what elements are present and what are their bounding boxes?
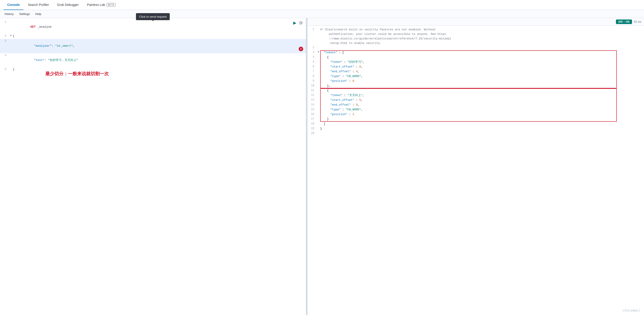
group2-container: 11 { 12 "token" : "天天向上", 13 "start_offs… bbox=[308, 88, 644, 122]
resp-line-9: 9 "position" : 0 bbox=[308, 79, 644, 84]
resp-line-19: 19 } bbox=[308, 126, 644, 131]
tooltip-box: Click to send request bbox=[136, 13, 170, 20]
resp-line-8: 8 "type" : "CN_WORD", bbox=[308, 74, 644, 79]
annotation-text: 最少切分：一般来说就切割一次 bbox=[45, 70, 109, 77]
resp-line-14: 14 "end_offset" : 9, bbox=[308, 103, 644, 108]
tooltip-container: Click to send request bbox=[136, 13, 170, 20]
resp-line-4: 4 { bbox=[308, 55, 644, 60]
tab-console[interactable]: Console bbox=[4, 0, 23, 10]
nav-help[interactable]: Help bbox=[34, 12, 42, 16]
beta-badge: BETA bbox=[106, 3, 116, 6]
settings-button[interactable] bbox=[299, 20, 303, 26]
editor-toolbar: ▶ bbox=[293, 20, 303, 26]
status-time: 62 ms bbox=[634, 20, 641, 23]
resp-line-13: 13 "start_offset" : 5, bbox=[308, 98, 644, 103]
top-navigation: Console Search Profiler Grok Debugger Pa… bbox=[0, 0, 644, 10]
resp-line-20: 20 bbox=[308, 131, 644, 136]
tab-grok-debugger[interactable]: Grok Debugger bbox=[54, 0, 82, 10]
status-code: 200 – OK bbox=[616, 20, 632, 24]
resp-line-5: 5 "token" : "好好学习", bbox=[308, 60, 644, 64]
painless-lab-label: Painless Lab bbox=[87, 3, 105, 6]
resp-line-15: 15 "type" : "CN_WORD", bbox=[308, 108, 644, 112]
tab-search-profiler[interactable]: Search Profiler bbox=[24, 0, 52, 10]
resp-line-16: 16 "position" : 1 bbox=[308, 112, 644, 117]
resp-line-17: 17 } bbox=[308, 117, 644, 122]
watermark: CSDN @敏姐儿 bbox=[623, 309, 640, 312]
response-panel: 200 – OK 62 ms 1 #! Elasticsearch built-… bbox=[308, 18, 644, 315]
nav-settings[interactable]: Settings bbox=[18, 12, 30, 16]
editor-panel: ▶ ✕ 1 GET _analyze 2 ▼ bbox=[0, 18, 306, 315]
resp-line-18: 18 ] bbox=[308, 122, 644, 126]
status-bar: 200 – OK 62 ms bbox=[308, 18, 644, 26]
editor-line-1: 1 GET _analyze bbox=[0, 20, 306, 34]
main-container: ▶ ✕ 1 GET _analyze 2 ▼ bbox=[0, 18, 644, 315]
resp-line-6: 6 "start_offset" : 0, bbox=[308, 64, 644, 69]
run-button[interactable]: ▶ bbox=[293, 20, 297, 26]
response-code[interactable]: 1 #! Elasticsearch built-in security fea… bbox=[308, 26, 644, 315]
editor-line-3: 3 "analyzer": "ik_smart", bbox=[0, 39, 306, 53]
group1-container: 3 ▼ "tokens" : [ 4 { 5 "token" : "好好学习", bbox=[308, 50, 644, 88]
resp-line-11: 11 { bbox=[308, 88, 644, 93]
resp-line-12: 12 "token" : "天天向上", bbox=[308, 93, 644, 98]
resp-line-10: 10 }, bbox=[308, 84, 644, 88]
secondary-navigation: History Settings Help bbox=[0, 10, 644, 18]
tooltip-text: Click to send request bbox=[139, 15, 166, 18]
close-button[interactable]: ✕ bbox=[299, 47, 303, 51]
resp-line-2: 2 bbox=[308, 46, 644, 50]
resp-line-1: 1 #! Elasticsearch built-in security fea… bbox=[308, 28, 644, 46]
resp-line-7: 7 "end_offset" : 4, bbox=[308, 69, 644, 74]
editor-line-4: 4 "text": "好好学习，天天向上" bbox=[0, 53, 306, 67]
tab-painless-lab[interactable]: Painless Lab BETA bbox=[84, 0, 119, 10]
code-editor[interactable]: 1 GET _analyze 2 ▼ { 3 "analyzer": "ik_s… bbox=[0, 18, 306, 315]
nav-history[interactable]: History bbox=[4, 12, 14, 16]
editor-line-2: 2 ▼ { bbox=[0, 34, 306, 39]
resp-line-3: 3 ▼ "tokens" : [ bbox=[308, 50, 644, 55]
